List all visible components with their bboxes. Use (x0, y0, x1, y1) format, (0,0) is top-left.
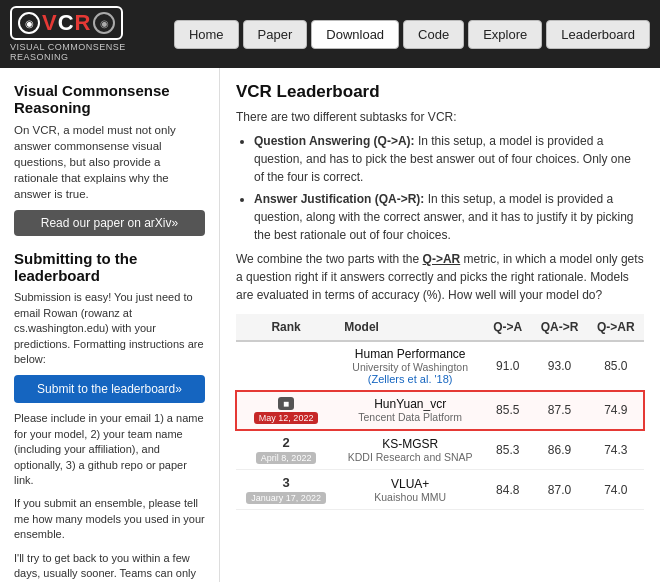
model-main-name: VLUA+ (344, 477, 476, 491)
col-model: Model (336, 314, 484, 341)
nav-paper[interactable]: Paper (243, 20, 308, 49)
lb-title: VCR Leaderboard (236, 82, 644, 102)
arxiv-button[interactable]: Read our paper on arXiv» (14, 210, 205, 236)
task-qar: Answer Justification (QA->R): In this se… (254, 190, 644, 244)
score-q_ar: 85.0 (588, 341, 644, 391)
table-row: Human Performance University of Washingt… (236, 341, 644, 391)
nav-home[interactable]: Home (174, 20, 239, 49)
model-sub-name: Kuaishou MMU (344, 491, 476, 503)
right-panel: VCR Leaderboard There are two different … (220, 68, 660, 582)
table-row: 3 January 17, 2022VLUA+ Kuaishou MMU84.8… (236, 470, 644, 510)
rank-cell: 3 January 17, 2022 (236, 470, 336, 510)
score-q_a: 85.5 (484, 391, 531, 430)
score-q_ar: 74.3 (588, 430, 644, 470)
score-q_a: 91.0 (484, 341, 531, 391)
logo-box: ◉ VCR ◉ (10, 6, 123, 40)
submit-details: Please include in your email 1) a name f… (14, 411, 205, 488)
score-qa_r: 87.0 (531, 470, 587, 510)
task-qa: Question Answering (Q->A): In this setup… (254, 132, 644, 186)
rank-badge: ■ (278, 397, 294, 410)
table-row: 2 April 8, 2022KS-MGSR KDDI Research and… (236, 430, 644, 470)
rank-cell: 2 April 8, 2022 (236, 430, 336, 470)
lb-intro: There are two different subtasks for VCR… (236, 108, 644, 126)
date-badge: January 17, 2022 (246, 492, 326, 504)
col-qar: QA->R (531, 314, 587, 341)
model-sub-name: University of Washington (344, 361, 476, 373)
left-intro: On VCR, a model must not only answer com… (14, 122, 205, 202)
model-main-name: HunYuan_vcr (344, 397, 476, 411)
logo-vcr: VCR (42, 10, 91, 36)
score-qa_r: 93.0 (531, 341, 587, 391)
logo-area: ◉ VCR ◉ Visual Commonsense Reasoning (10, 6, 156, 62)
model-main-name: Human Performance (344, 347, 476, 361)
model-cell: VLUA+ Kuaishou MMU (336, 470, 484, 510)
leaderboard-table: Rank Model Q->A QA->R Q->AR Human Perfor… (236, 314, 644, 510)
model-cell: Human Performance University of Washingt… (336, 341, 484, 391)
rank-cell (236, 341, 336, 391)
score-qa_r: 86.9 (531, 430, 587, 470)
turnaround-note: I'll try to get back to you within a few… (14, 551, 205, 582)
table-row: ■ May 12, 2022HunYuan_vcr Tencent Data P… (236, 391, 644, 430)
nav-code[interactable]: Code (403, 20, 464, 49)
main-content: Visual Commonsense Reasoning On VCR, a m… (0, 68, 660, 582)
model-citation: (Zellers et al. '18) (344, 373, 476, 385)
table-header-row: Rank Model Q->A QA->R Q->AR (236, 314, 644, 341)
model-cell: KS-MGSR KDDI Research and SNAP (336, 430, 484, 470)
left-panel: Visual Commonsense Reasoning On VCR, a m… (0, 68, 220, 582)
rank-cell: ■ May 12, 2022 (236, 391, 336, 430)
score-q_ar: 74.0 (588, 470, 644, 510)
nav-explore[interactable]: Explore (468, 20, 542, 49)
nav-download[interactable]: Download (311, 20, 399, 49)
header: ◉ VCR ◉ Visual Commonsense Reasoning Hom… (0, 0, 660, 68)
date-badge: April 8, 2022 (256, 452, 317, 464)
logo-icon-right: ◉ (93, 12, 115, 34)
score-q_a: 84.8 (484, 470, 531, 510)
model-main-name: KS-MGSR (344, 437, 476, 451)
task-list: Question Answering (Q->A): In this setup… (254, 132, 644, 244)
metric-name: Q->AR (423, 252, 461, 266)
col-qa: Q->A (484, 314, 531, 341)
task-qar-name: Answer Justification (QA->R): (254, 192, 424, 206)
col-rank: Rank (236, 314, 336, 341)
submit-section-title: Submitting to the leaderboard (14, 250, 205, 284)
nav-leaderboard[interactable]: Leaderboard (546, 20, 650, 49)
task-qa-name: Question Answering (Q->A): (254, 134, 415, 148)
model-sub-name: Tencent Data Platform (344, 411, 476, 423)
model-cell: HunYuan_vcr Tencent Data Platform (336, 391, 484, 430)
metric-desc: We combine the two parts with the Q->AR … (236, 250, 644, 304)
col-qar2: Q->AR (588, 314, 644, 341)
ensemble-note: If you submit an ensemble, please tell m… (14, 496, 205, 542)
score-q_ar: 74.9 (588, 391, 644, 430)
date-badge: May 12, 2022 (254, 412, 319, 424)
logo-icon-left: ◉ (18, 12, 40, 34)
logo-subtitle: Visual Commonsense Reasoning (10, 42, 156, 62)
left-title: Visual Commonsense Reasoning (14, 82, 205, 116)
rank-number: 2 (283, 435, 290, 450)
model-sub-name: KDDI Research and SNAP (344, 451, 476, 463)
submit-button[interactable]: Submit to the leaderboard» (14, 375, 205, 403)
score-qa_r: 87.5 (531, 391, 587, 430)
score-q_a: 85.3 (484, 430, 531, 470)
rank-number: 3 (283, 475, 290, 490)
nav: Home Paper Download Code Explore Leaderb… (174, 20, 650, 49)
submit-intro: Submission is easy! You just need to ema… (14, 290, 205, 367)
